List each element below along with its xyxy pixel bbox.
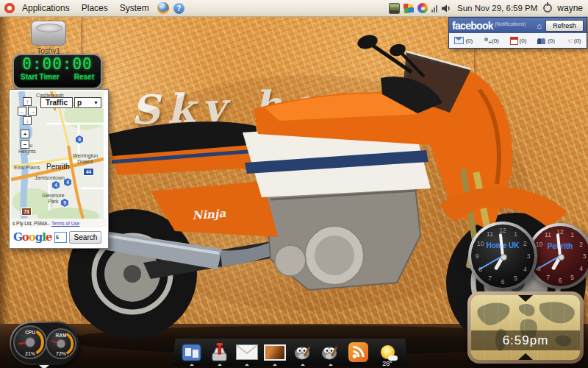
map-pan-right-button[interactable]: → (28, 107, 37, 116)
map-widget: Castlereagh Emu Heights Werrington Downs… (9, 89, 109, 249)
world-clock-band: 6:59pm (471, 330, 580, 350)
ubuntu-logo-icon[interactable] (4, 3, 15, 13)
swirl-tray-icon[interactable] (417, 3, 428, 13)
dock-rss-reader[interactable] (348, 342, 370, 364)
dock: 28° (172, 339, 409, 366)
friend-requests-icon (484, 38, 490, 44)
world-map: 6:59pm (471, 295, 580, 360)
panel-clock[interactable]: Sun Nov 29, 6:59 PM (455, 4, 539, 13)
network-signal-icon[interactable] (431, 4, 437, 13)
map-place-penrith: Penrith (46, 163, 70, 171)
hard-drive-icon (31, 21, 66, 46)
help-icon[interactable]: ? (173, 3, 184, 14)
cpu-value: 21% (15, 351, 46, 356)
events-icon (510, 37, 518, 45)
dock-gimp-2[interactable] (320, 342, 342, 364)
map-search-button[interactable]: Search (69, 231, 101, 244)
clock-home-uk: Home UK 121234567891011 (468, 222, 537, 291)
power-icon[interactable] (543, 4, 552, 13)
map-place-emu-plains: Emu Plains (14, 165, 40, 171)
pokes-icon: ☜ (566, 38, 573, 44)
sun-cloud-icon (381, 345, 395, 359)
world-clock-time: 6:59pm (503, 333, 549, 348)
menu-system[interactable]: System (114, 0, 155, 16)
timer-display: 0:00:00 (14, 55, 101, 73)
volume-icon[interactable] (441, 4, 451, 13)
facebook-refresh-button[interactable]: Refresh (545, 20, 584, 32)
route-shield: 44 (83, 168, 94, 176)
facebook-pokes-counter[interactable]: ☜ (0) (566, 38, 581, 44)
map-search-input[interactable] (54, 232, 67, 243)
menu-places[interactable]: Places (76, 0, 114, 16)
map-place-werrington-downs: Werrington Downs (73, 153, 98, 164)
dock-image-viewer[interactable] (264, 342, 286, 364)
world-clock-widget: 6:59pm (467, 291, 584, 364)
map-canvas[interactable]: Castlereagh Emu Heights Werrington Downs… (11, 91, 104, 219)
route-shield: 73 (21, 208, 32, 216)
map-layer-dropdown[interactable]: p ▼ (74, 97, 101, 108)
gimp-icon (293, 342, 313, 362)
dock-weather[interactable]: 28° (375, 340, 400, 365)
notch-icon (518, 353, 533, 360)
ram-value: 72% (47, 351, 75, 356)
firefox-launcher-icon[interactable] (157, 2, 169, 14)
desktop-drive-icon[interactable]: Toshy1 (25, 21, 72, 55)
clock-hub (501, 254, 507, 261)
ram-gauge: RAM 72% (46, 328, 76, 359)
map-zoom-in-button[interactable]: + (21, 130, 29, 138)
gimp-icon (320, 342, 340, 362)
google-logo: Google (13, 230, 52, 244)
switch-lever-icon (209, 342, 229, 362)
map-copyright: s Pty Ltd, PSMA - (12, 221, 50, 226)
dock-window-switcher[interactable] (181, 342, 203, 364)
dock-power-switch-app[interactable] (209, 342, 231, 364)
facebook-subtitle: (Notifications) (495, 21, 526, 26)
home-icon[interactable]: ⌂ (537, 21, 542, 30)
map-traffic-button[interactable]: Traffic (40, 97, 73, 108)
mail-envelope-icon (236, 344, 258, 360)
cpu-gauge: CPU 21% (13, 325, 47, 359)
ram-label: RAM (47, 333, 75, 338)
dock-gimp[interactable] (292, 342, 314, 364)
window-switcher-icon (182, 343, 201, 362)
desktop-screen: Sky horse Ninja (0, 0, 588, 368)
system-gauges-widget: CPU 21% RAM 72% (10, 322, 79, 365)
map-pan-left-button[interactable]: ← (18, 107, 26, 116)
chevron-down-icon: ▼ (93, 100, 98, 105)
facebook-groups-counter[interactable]: (0) (537, 38, 555, 44)
facebook-events-counter[interactable]: (0) (510, 37, 527, 45)
panel-username[interactable]: wayne (556, 3, 583, 13)
menu-applications[interactable]: Applications (16, 0, 76, 16)
photo-thumbnail-icon (264, 344, 286, 361)
map-pan-down-button[interactable]: ↓ (23, 116, 32, 125)
stack-tray-icon[interactable] (404, 4, 414, 13)
photo-tray-icon[interactable] (389, 3, 400, 14)
map-pan-up-button[interactable]: ↑ (23, 97, 32, 106)
dock-mail[interactable] (236, 342, 258, 364)
cpu-label: CPU (15, 330, 46, 335)
messages-icon (454, 37, 464, 44)
top-panel: Applications Places System ? Sun Nov 29,… (0, 0, 588, 17)
groups-icon (537, 38, 546, 44)
reset-timer-button[interactable]: Reset (74, 73, 94, 81)
facebook-widget: facebook (Notifications) ⌂ Refresh (0) (… (448, 17, 587, 49)
facebook-messages-counter[interactable]: (0) (454, 37, 473, 44)
map-layer-value: p (77, 99, 82, 107)
rss-icon (348, 342, 368, 362)
map-terms-link[interactable]: Terms of Use (51, 221, 79, 226)
timer-widget: 0:00:00 Start Timer Reset (12, 54, 102, 89)
start-timer-button[interactable]: Start Timer (21, 73, 60, 81)
map-zoom-out-button[interactable]: − (21, 140, 29, 149)
map-place-jamisontown: Jamisontown (35, 175, 65, 181)
bike-ninja-decal: Ninja (192, 207, 226, 222)
facebook-logo: facebook (452, 20, 493, 32)
clock-hub (558, 254, 564, 261)
system-tray: Sun Nov 29, 6:59 PM wayne (389, 3, 588, 14)
notch-icon (518, 295, 533, 302)
facebook-friend-requests-counter[interactable]: (0) (484, 38, 499, 44)
